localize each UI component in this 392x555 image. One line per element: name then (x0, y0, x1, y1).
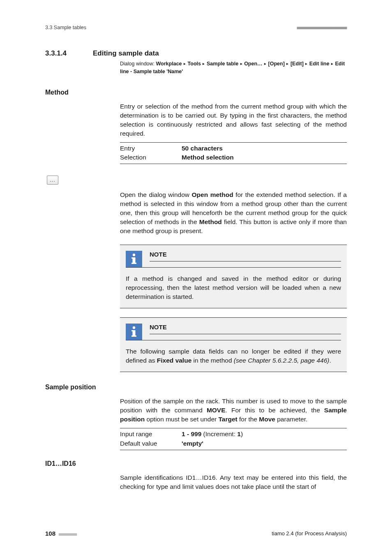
running-header: 3.3 Sample tables (45, 25, 86, 30)
section-number: 3.3.1.4 (45, 49, 80, 58)
open-method-description: Open the dialog window Open method for t… (120, 190, 347, 236)
dialog-path: Dialog window: Workplace ▸ Tools ▸ Sampl… (120, 60, 347, 76)
svg-point-0 (133, 254, 135, 256)
header-ornament: ■■■■■■■■■■■■■■■■■■■■■■ (297, 25, 347, 30)
id-label: ID1…ID16 (45, 460, 120, 467)
svg-rect-2 (131, 257, 134, 259)
method-description: Entry or selection of the method from th… (120, 102, 347, 138)
svg-rect-7 (131, 335, 136, 337)
table-row: Entry50 characters (120, 144, 347, 153)
note-2-body: The following sample data fields can no … (126, 347, 341, 365)
sample-position-label: Sample position (45, 384, 120, 391)
note-1-body: If a method is changed and saved in the … (126, 274, 341, 301)
method-label: Method (45, 89, 120, 96)
table-row: Input range1 - 999 (Increment: 1) (120, 430, 347, 439)
info-icon (126, 324, 142, 340)
table-row: SelectionMethod selection (120, 153, 347, 162)
sample-position-description: Position of the sample on the rack. This… (120, 397, 347, 424)
more-button[interactable]: ... (47, 176, 58, 185)
section-title: Editing sample data (93, 49, 159, 58)
svg-rect-3 (131, 263, 136, 264)
svg-point-4 (133, 326, 135, 329)
note-title: NOTE (150, 251, 341, 261)
note-title: NOTE (150, 324, 341, 334)
method-spec-table: Entry50 charactersSelectionMethod select… (120, 142, 347, 164)
footer-product: tiamo 2.4 (for Process Analysis) (272, 530, 347, 536)
id-description: Sample identifications ID1…ID16. Any tex… (120, 473, 347, 491)
table-row: Default value'empty' (120, 439, 347, 448)
svg-rect-6 (131, 330, 134, 331)
page-number: 108 (45, 530, 55, 537)
footer-ornament: ■■■■■■■■ (59, 532, 77, 536)
info-icon (126, 251, 142, 267)
sample-position-spec-table: Input range1 - 999 (Increment: 1)Default… (120, 428, 347, 450)
note-box-2: NOTE The following sample data fields ca… (120, 317, 347, 372)
note-box-1: NOTE If a method is changed and saved in… (120, 245, 347, 308)
